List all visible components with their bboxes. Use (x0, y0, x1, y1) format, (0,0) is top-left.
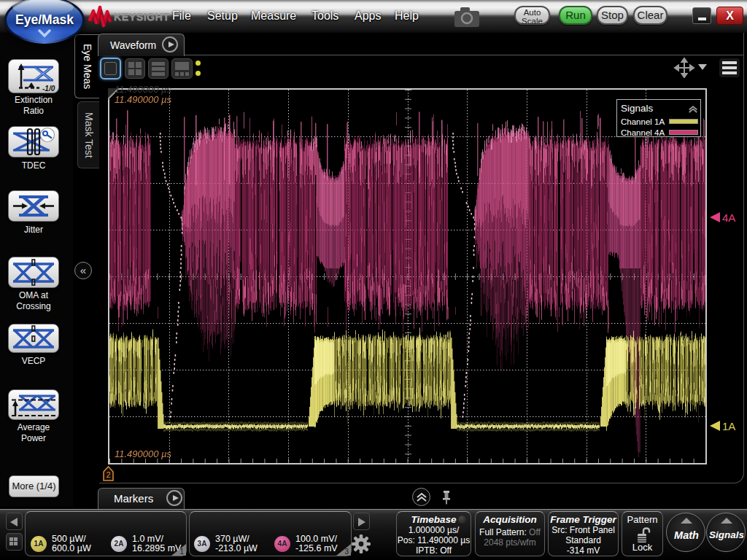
svg-text:-1/0: -1/0 (42, 85, 55, 93)
svg-text:2: 2 (106, 470, 110, 479)
